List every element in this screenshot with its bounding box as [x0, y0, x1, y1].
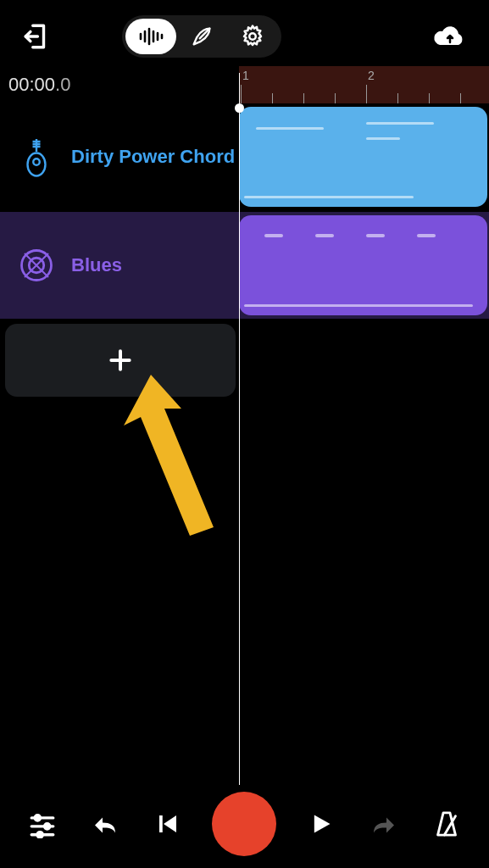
track-label: Dirty Power Chord: [71, 145, 235, 169]
skip-previous-button[interactable]: [149, 805, 186, 843]
cloud-upload-button[interactable]: [431, 18, 469, 55]
tutorial-arrow-icon: [120, 375, 222, 553]
svg-point-19: [37, 832, 42, 837]
undo-button[interactable]: [86, 805, 124, 843]
feather-icon: [190, 25, 214, 48]
undo-icon: [90, 812, 120, 836]
timeline-ruler[interactable]: 1 2: [239, 66, 489, 103]
tab-lyrics[interactable]: [176, 19, 227, 54]
svg-point-8: [33, 159, 40, 165]
svg-point-6: [249, 33, 256, 40]
view-tabs: [122, 15, 281, 58]
tab-audio[interactable]: [125, 19, 176, 54]
metronome-button[interactable]: [428, 805, 465, 843]
play-button[interactable]: [303, 805, 340, 843]
svg-point-17: [45, 824, 50, 829]
transport-bar: [0, 780, 489, 868]
mixer-button[interactable]: [24, 805, 61, 843]
plus-icon: [107, 347, 134, 374]
svg-rect-20: [159, 815, 163, 832]
time-frac: .0: [55, 74, 70, 95]
svg-marker-21: [164, 815, 176, 832]
playhead[interactable]: [239, 73, 240, 785]
ruler-mark-1: 1: [242, 69, 249, 82]
tab-settings[interactable]: [227, 19, 278, 54]
time-display: 00:00.0: [0, 74, 239, 96]
track-header-guitar[interactable]: Dirty Power Chord: [0, 103, 239, 210]
track-label: Blues: [71, 253, 122, 277]
add-track-button[interactable]: [5, 324, 236, 397]
cloud-upload-icon: [433, 24, 467, 49]
guitar-icon: [19, 139, 54, 175]
track-clip-drums[interactable]: [239, 215, 487, 315]
svg-marker-13: [124, 375, 214, 536]
time-main: 00:00: [8, 74, 55, 95]
playhead-handle[interactable]: [235, 103, 244, 113]
gear-icon: [240, 24, 265, 49]
track-row[interactable]: Blues: [0, 212, 489, 319]
sliders-icon: [28, 810, 57, 838]
track-clip-guitar[interactable]: [239, 107, 487, 207]
redo-button[interactable]: [365, 805, 403, 843]
waveform-icon: [137, 26, 164, 47]
back-button[interactable]: [20, 20, 53, 53]
ruler-mark-2: 2: [368, 69, 375, 82]
track-header-drums[interactable]: Blues: [0, 212, 239, 319]
metronome-icon: [433, 810, 460, 838]
svg-point-15: [35, 815, 40, 821]
svg-marker-22: [314, 815, 330, 833]
record-button[interactable]: [212, 792, 276, 856]
skip-previous-icon: [155, 811, 181, 837]
track-row[interactable]: Dirty Power Chord: [0, 103, 489, 210]
play-icon: [309, 810, 333, 837]
redo-icon: [369, 812, 399, 836]
drum-icon: [19, 248, 54, 283]
